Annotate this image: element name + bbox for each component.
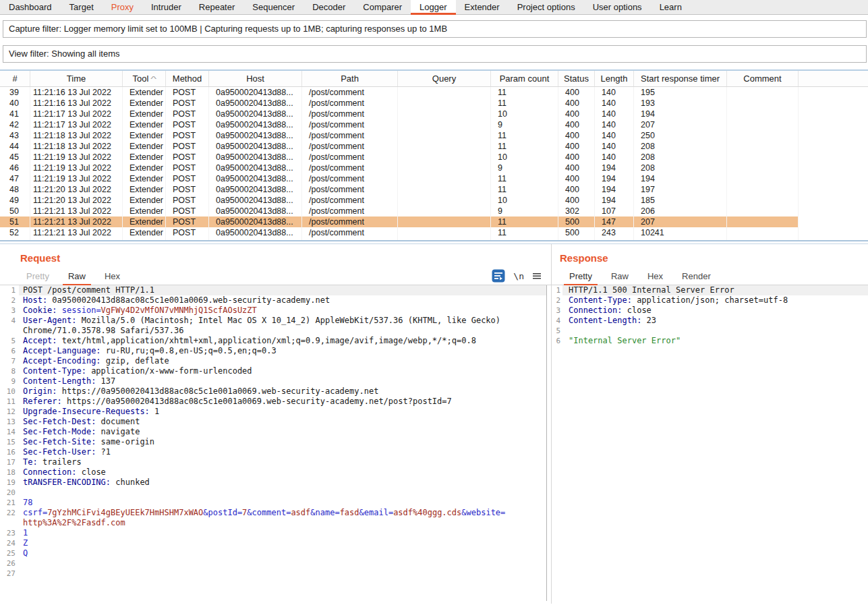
cell-param-count: 11 <box>491 184 558 195</box>
syntax-segment: 0a9500020413d88ac08c5c1e001a0069.web-sec… <box>47 295 330 305</box>
top-tab-dashboard[interactable]: Dashboard <box>0 0 61 14</box>
table-row[interactable]: 3911:21:16 13 Jul 2022ExtenderPOST0a9500… <box>0 87 868 98</box>
table-row[interactable]: 5211:21:21 13 Jul 2022ExtenderPOST0a9500… <box>0 227 868 238</box>
top-tab-decoder[interactable]: Decoder <box>303 0 354 14</box>
response-tab-raw[interactable]: Raw <box>602 268 638 285</box>
top-tab-learn[interactable]: Learn <box>651 0 691 14</box>
table-row[interactable]: 5011:21:21 13 Jul 2022ExtenderPOST0a9500… <box>0 206 868 216</box>
view-filter-bar[interactable]: View filter: Showing all items <box>3 45 867 63</box>
top-tab-project-options[interactable]: Project options <box>509 0 584 14</box>
syntax-segment: Sec-Fetch-Dest: <box>23 417 96 426</box>
cell-time: 11:21:20 13 Jul 2022 <box>30 184 123 195</box>
top-tab-logger[interactable]: Logger <box>411 0 455 14</box>
table-row[interactable]: 4811:21:20 13 Jul 2022ExtenderPOST0a9500… <box>0 184 868 195</box>
request-line-content: Upgrade-Insecure-Requests: 1 <box>19 407 546 417</box>
cell-param-count: 10 <box>491 109 558 119</box>
cell-host: 0a9500020413d88... <box>209 109 302 119</box>
column-header-method[interactable]: Method <box>166 71 209 86</box>
top-tab-proxy[interactable]: Proxy <box>103 0 142 14</box>
request-line-content: Accept-Language: ru-RU,ru;q=0.8,en-US;q=… <box>19 346 546 356</box>
cell-param-count: 10 <box>491 152 558 163</box>
cell-start-response-timer: 223 <box>634 238 727 240</box>
top-tab-sequencer[interactable]: Sequencer <box>243 0 303 14</box>
cell-method: POST <box>166 216 209 227</box>
cell-length: 140 <box>595 119 634 130</box>
syntax-segment: Te: <box>23 457 38 467</box>
table-row[interactable]: 4311:21:18 13 Jul 2022ExtenderPOST0a9500… <box>0 130 868 141</box>
capture-filter-bar[interactable]: Capture filter: Logger memory limit set … <box>3 20 867 38</box>
editor-menu-icon[interactable] <box>532 271 542 281</box>
column-header-param-count[interactable]: Param count <box>491 71 558 86</box>
syntax-segment: Sec-Fetch-Mode: <box>23 427 96 436</box>
line-number: 15 <box>0 437 19 447</box>
cell-status: 400 <box>558 98 595 109</box>
newline-toggle-icon[interactable]: \n <box>513 271 524 281</box>
request-line-content: Chrome/71.0.3578.98 Safari/537.36 <box>19 326 546 336</box>
column-header-start-response-timer[interactable]: Start response timer <box>634 71 727 86</box>
table-row[interactable]: 4611:21:19 13 Jul 2022ExtenderPOST0a9500… <box>0 163 868 173</box>
cell-comment <box>727 109 799 119</box>
line-number: 11 <box>0 397 19 407</box>
top-tab-repeater[interactable]: Repeater <box>190 0 243 14</box>
column-header-tool[interactable]: Tool^ <box>123 71 166 86</box>
table-row[interactable]: 4411:21:18 13 Jul 2022ExtenderPOST0a9500… <box>0 141 868 152</box>
request-tab-raw[interactable]: Raw <box>59 268 95 285</box>
cell-num: 44 <box>0 141 30 152</box>
cell-status: 302 <box>558 206 595 216</box>
cell-query <box>398 206 491 216</box>
cell-length: 194 <box>595 195 634 206</box>
cell-path: /post/comment <box>302 238 398 240</box>
cell-path: /post/comment <box>302 98 398 109</box>
response-tab-hex[interactable]: Hex <box>638 268 672 285</box>
table-row[interactable]: 4911:21:20 13 Jul 2022ExtenderPOST0a9500… <box>0 195 868 206</box>
response-tab-pretty[interactable]: Pretty <box>560 268 602 285</box>
line-number: 1 <box>552 285 562 295</box>
request-title: Request <box>0 244 551 267</box>
cell-comment <box>727 87 799 98</box>
response-editor[interactable]: 1HTTP/1.1 500 Internal Server Error2Cont… <box>552 285 868 601</box>
table-row[interactable]: 4011:21:16 13 Jul 2022ExtenderPOST0a9500… <box>0 98 868 109</box>
cell-status: 500 <box>558 216 595 227</box>
column-header-path[interactable]: Path <box>302 71 398 86</box>
table-row[interactable]: 4211:21:17 13 Jul 2022ExtenderPOST0a9500… <box>0 119 868 130</box>
syntax-segment: Content-Length: <box>569 316 641 325</box>
line-number: 7 <box>0 356 19 366</box>
column-header-comment[interactable]: Comment <box>727 71 799 86</box>
cell-comment <box>727 141 799 152</box>
cell-num: 40 <box>0 98 30 109</box>
request-line: 3Cookie: session=VgFWy4D2vMfON7vMNMhjQ1S… <box>0 306 546 316</box>
response-title: Response <box>552 244 868 267</box>
column-header-length[interactable]: Length <box>595 71 634 86</box>
syntax-segment: VgFWy4D2vMfON7vMNMhjQ1ScfAOsUzZT <box>101 306 257 315</box>
request-tab-pretty[interactable]: Pretty <box>17 268 59 285</box>
request-line-content: Referer: https://0a9500020413d88ac08c5c1… <box>19 397 546 407</box>
table-row[interactable]: 4511:21:19 13 Jul 2022ExtenderPOST0a9500… <box>0 152 868 163</box>
cell-comment <box>727 227 799 238</box>
column-header-status[interactable]: Status <box>558 71 595 86</box>
column-header-time[interactable]: Time <box>30 71 123 86</box>
top-tab-intruder[interactable]: Intruder <box>142 0 190 14</box>
syntax-segment: fasd <box>340 508 359 517</box>
top-tab-target[interactable]: Target <box>61 0 103 14</box>
table-row[interactable]: 5311:21:22 13 Jul 2022ExtenderPOST0a9500… <box>0 238 868 240</box>
column-header--[interactable]: # <box>0 71 30 86</box>
top-tab-user-options[interactable]: User options <box>584 0 651 14</box>
top-tab-extender[interactable]: Extender <box>456 0 509 14</box>
response-tab-render[interactable]: Render <box>672 268 720 285</box>
cell-comment <box>727 98 799 109</box>
cell-time: 11:21:21 13 Jul 2022 <box>30 206 123 216</box>
table-row[interactable]: 4711:21:19 13 Jul 2022ExtenderPOST0a9500… <box>0 173 868 184</box>
column-header-host[interactable]: Host <box>209 71 302 86</box>
prettify-toggle-icon[interactable] <box>492 269 505 283</box>
column-header-query[interactable]: Query <box>398 71 491 86</box>
cell-query <box>398 130 491 141</box>
request-editor[interactable]: 1POST /post/comment HTTP/1.12Host: 0a950… <box>0 285 547 601</box>
top-tab-comparer[interactable]: Comparer <box>354 0 411 14</box>
table-row[interactable]: 4111:21:17 13 Jul 2022ExtenderPOST0a9500… <box>0 109 868 119</box>
cell-filler <box>799 206 867 216</box>
line-number: 18 <box>0 467 19 478</box>
request-tab-hex[interactable]: Hex <box>95 268 129 285</box>
line-number: 24 <box>0 538 19 548</box>
request-line: 10Origin: https://0a9500020413d88ac08c5c… <box>0 386 546 397</box>
table-row[interactable]: 5111:21:21 13 Jul 2022ExtenderPOST0a9500… <box>0 216 868 227</box>
